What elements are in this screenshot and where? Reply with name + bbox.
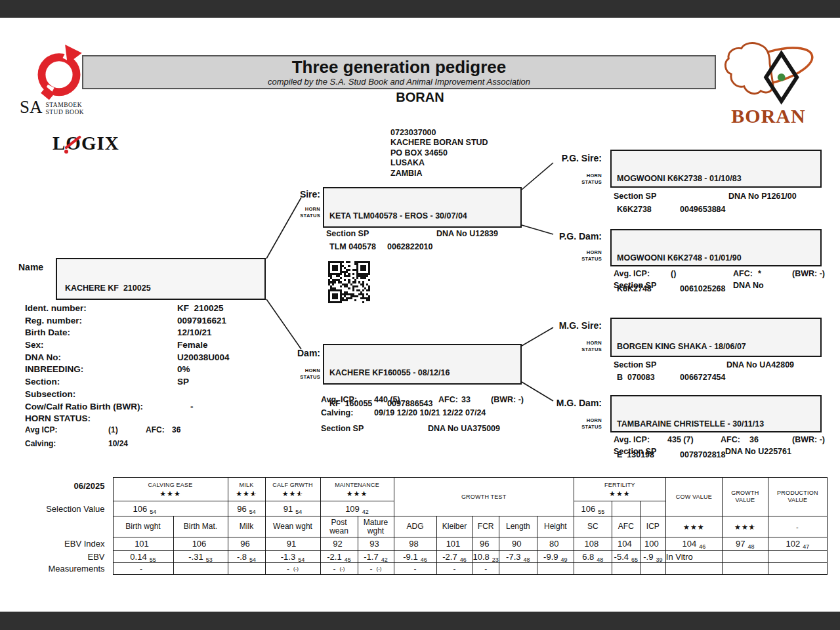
- mg-sire-box: BORGEN KING SHAKA - 18/06/07 B 070083006…: [610, 318, 822, 357]
- group-cow-value: COW VALUE: [665, 478, 722, 516]
- mg-sire-reg: 0066727454: [680, 373, 726, 382]
- pg-dam-dna: DNA No: [733, 281, 764, 290]
- col-fcr: FCR: [472, 516, 499, 537]
- selection-value-label: Selection Value: [26, 501, 113, 516]
- dam-box: KACHERE KF160055 - 08/12/16 KF 160055009…: [323, 344, 522, 385]
- sel-afc-empty: [612, 501, 640, 516]
- mg-sire-horn-status-label: HORNSTATUS: [518, 340, 602, 353]
- dam-name: KACHERE KF160055 - 08/12/16: [329, 368, 515, 379]
- col-post-wean: Post wean: [320, 516, 358, 537]
- column-header-row: Birth wght Birth Mat. Milk Wean wght Pos…: [26, 516, 827, 537]
- col-wean-wght: Wean wght: [265, 516, 320, 537]
- dam-section: Section SP: [321, 424, 364, 433]
- maintenance-stars: ★★★: [321, 490, 394, 497]
- sel-milk: 9654: [228, 501, 265, 516]
- measurements-row: Measurements - -(-) -(-) -(-) - - -: [26, 563, 827, 575]
- sel-calf-growth: 9154: [265, 501, 320, 516]
- dam-calving-dates: 09/19 12/20 10/21 12/22 07/24: [374, 408, 486, 417]
- letterbox-top: [0, 0, 840, 18]
- owner-city: LUSAKA: [390, 158, 488, 168]
- owner-block: 0723037000 KACHERE BORAN STUD PO BOX 346…: [390, 128, 488, 178]
- dam-horn-status-label: HORNSTATUS: [249, 368, 320, 381]
- dam-dna: DNA No UA375009: [428, 424, 500, 433]
- in-vitro-cell: In Vitro: [665, 551, 722, 563]
- mg-dam-box: TAMBARAINE CHRISTELLE - 30/11/13 E 13019…: [610, 395, 822, 432]
- owner-phone: 0723037000: [390, 128, 488, 138]
- pg-dam-avg-icp: (): [671, 269, 676, 278]
- mg-dam-dna: DNA No U225761: [725, 447, 791, 456]
- group-fertility: FERTILITY★★★: [574, 478, 665, 501]
- owner-stud-name: KACHERE BORAN STUD: [390, 138, 488, 148]
- cow-value-stars: ★★★: [665, 516, 722, 537]
- pg-sire-section: Section SP: [614, 192, 656, 201]
- sa-studbook: STUD BOOK: [46, 109, 85, 116]
- title-box: Three generation pedigree compiled by th…: [82, 55, 716, 89]
- col-milk: Milk: [228, 516, 265, 537]
- pg-sire-label: P.G. Sire:: [518, 153, 602, 163]
- owner-po-box: PO BOX 34650: [390, 148, 488, 158]
- logix-logo: LOGIX: [52, 133, 119, 154]
- pg-sire-id: K6K2738: [617, 205, 680, 215]
- page-title: Three generation pedigree: [83, 57, 715, 77]
- pg-sire-box: MOGWOONI K6K2738 - 01/10/83 K6K273800496…: [610, 150, 822, 188]
- calving-ease-stars: ★★★: [114, 490, 228, 497]
- pg-sire-dna: DNA No P1261/00: [728, 192, 797, 201]
- group-production-value: PRODUCTION VALUE: [768, 478, 827, 516]
- group-maintenance: MAINTENANCE★★★: [320, 478, 394, 501]
- growth-value-stars: ★★★☆: [722, 516, 768, 537]
- col-adg: ADG: [394, 516, 436, 537]
- animal-name-label: Name: [18, 262, 50, 272]
- letterbox-bottom: [0, 612, 840, 630]
- mg-sire-label: M.G. Sire:: [518, 320, 602, 331]
- mg-sire-section: Section SP: [614, 360, 656, 369]
- mg-dam-label: M.G. Dam:: [518, 398, 602, 408]
- pg-dam-horn-status-label: HORNSTATUS: [518, 249, 602, 262]
- pg-sire-horn-status-label: HORNSTATUS: [518, 173, 602, 186]
- pg-dam-bwr: (BWR: -): [792, 269, 825, 278]
- dam-avg-icp: 440 (5): [374, 395, 400, 404]
- boran-logo-icon: [722, 38, 819, 106]
- breed-name: BORAN: [0, 90, 840, 105]
- ebv-index-row: EBV Index 101 106 96 91 92 93 98 101 96 …: [26, 537, 827, 551]
- col-sc: SC: [574, 516, 612, 537]
- col-length: Length: [499, 516, 537, 537]
- animal-name-box: KACHERE KF 210025: [56, 258, 266, 300]
- logix-l: L: [52, 133, 66, 154]
- group-calf-growth: CALF GRWTH★★★☆: [265, 478, 320, 501]
- logix-gix: GIX: [81, 133, 119, 154]
- mg-dam-bwr: (BWR: -): [792, 435, 825, 444]
- pg-dam-label: P.G. Dam:: [518, 231, 602, 242]
- mg-sire-dna: DNA No UA42809: [726, 360, 794, 369]
- pg-sire-reg: 0049653884: [680, 205, 726, 214]
- sel-calving-ease: 10654: [113, 501, 228, 516]
- table-date: 06/2025: [26, 478, 113, 501]
- pg-dam-afc: *: [758, 269, 761, 278]
- production-value-stars: -: [768, 516, 827, 537]
- sel-fertility: 10655: [574, 501, 612, 516]
- ebv-index-label: EBV Index: [26, 537, 113, 551]
- pedigree-document: SA STAMBOEK STUD BOOK Three generation p…: [0, 0, 840, 630]
- mg-dam-afc: 36: [749, 435, 759, 444]
- mg-sire-id: B 070083: [617, 373, 680, 383]
- mg-sire-name: BORGEN KING SHAKA - 18/06/07: [617, 342, 815, 352]
- group-calving-ease: CALVING EASE★★★: [113, 478, 228, 501]
- mg-dam-stats: Avg. ICP: 435 (7) AFC: 36 (BWR: -): [0, 435, 840, 446]
- logix-o-slash-icon: O: [66, 133, 81, 154]
- mg-dam-section: Section SP: [614, 447, 656, 456]
- pg-sire-name: MOGWOONI K6K2738 - 01/10/83: [617, 174, 815, 184]
- col-afc: AFC: [612, 516, 640, 537]
- group-growth-test: GROWTH TEST: [394, 478, 574, 516]
- sel-icp-empty: [640, 501, 665, 516]
- ebv-label: EBV: [26, 551, 113, 563]
- sire-label: Sire:: [249, 189, 320, 200]
- col-birth-mat: Birth Mat.: [173, 516, 228, 537]
- dam-afc: 33: [461, 395, 471, 404]
- milk-stars: ★★★☆: [228, 490, 265, 497]
- dam-label: Dam:: [249, 348, 320, 358]
- group-header-row: 06/2025 CALVING EASE★★★ MILK★★★☆ CALF GR…: [26, 478, 827, 501]
- col-birth-wght: Birth wght: [113, 516, 173, 537]
- boran-logo-text: BORAN: [719, 105, 818, 127]
- sire-section: Section SP: [326, 229, 369, 238]
- col-mature-wght: Mature wght: [358, 516, 394, 537]
- animal-name: KACHERE KF 210025: [65, 284, 257, 294]
